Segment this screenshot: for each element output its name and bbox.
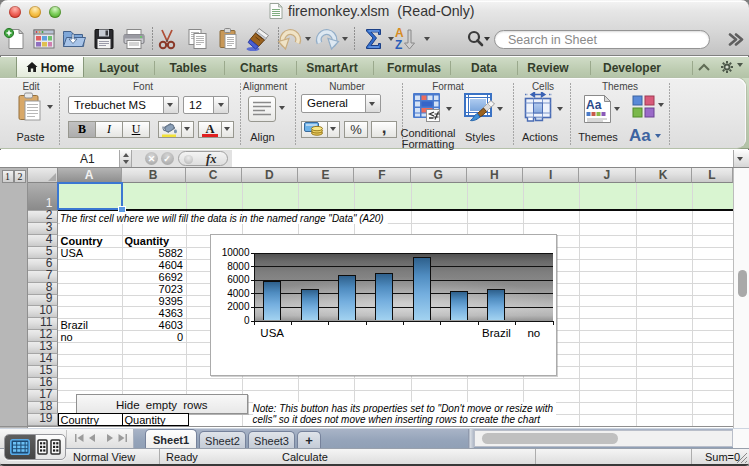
svg-text:Aa: Aa <box>586 98 602 112</box>
svg-text:Z: Z <box>395 38 402 52</box>
